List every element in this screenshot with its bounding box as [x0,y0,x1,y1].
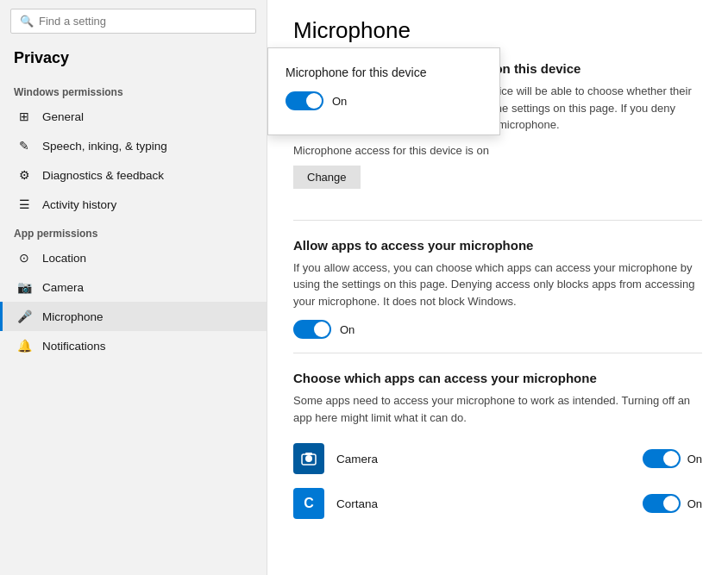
sidebar-item-speech[interactable]: ✎ Speech, inking, & typing [0,131,267,160]
sidebar-item-diagnostics[interactable]: ⚙ Diagnostics & feedback [0,160,267,190]
sidebar: 🔍 Privacy Windows permissions ⊞ General … [0,0,267,575]
divider-2 [293,353,702,353]
apps-section: Allow apps to access your microphone If … [293,238,702,340]
microphone-nav-icon: 🎤 [16,309,32,323]
change-button[interactable]: Change [293,166,361,189]
sidebar-item-label: Speech, inking, & typing [42,140,167,153]
svg-point-0 [305,455,312,462]
sidebar-item-activity[interactable]: ☰ Activity history [0,190,267,219]
popup-toggle[interactable] [286,91,323,110]
speech-icon: ✎ [16,139,32,153]
camera-nav-icon: 📷 [16,280,32,294]
cortana-app-toggle[interactable] [643,494,681,513]
cortana-toggle-row: On [643,494,702,513]
microphone-device-popup: Microphone for this device On [267,47,500,135]
camera-app-icon [293,443,324,474]
apps-toggle[interactable] [293,320,331,339]
cortana-app-name: Cortana [336,497,643,510]
search-box[interactable]: 🔍 [10,9,256,34]
cortana-toggle-label: On [687,497,702,510]
search-input[interactable] [39,15,247,28]
camera-toggle-row: On [643,449,702,468]
apps-desc: If you allow access, you can choose whic… [293,259,702,310]
main-content: Microphone Microphone for this device On… [267,0,728,575]
device-status: Microphone access for this device is on [293,144,702,157]
sidebar-title: Privacy [0,42,267,78]
sidebar-item-location[interactable]: ⊙ Location [0,243,267,272]
cortana-app-icon: C [293,488,324,519]
svg-rect-2 [305,453,312,455]
divider-1 [293,220,702,221]
activity-icon: ☰ [16,197,32,211]
choose-section: Choose which apps can access your microp… [293,371,702,526]
sidebar-item-microphone[interactable]: 🎤 Microphone [0,302,267,331]
sidebar-item-camera[interactable]: 📷 Camera [0,272,267,302]
sidebar-item-label: Notifications [42,340,106,353]
popup-title: Microphone for this device [286,66,482,79]
camera-app-toggle[interactable] [643,449,681,468]
location-icon: ⊙ [16,251,32,265]
app-permissions-label: App permissions [0,219,267,243]
camera-toggle-label: On [687,453,702,466]
apps-toggle-row: On [293,320,702,339]
search-icon: 🔍 [20,15,34,28]
sidebar-item-label: Microphone [42,310,104,323]
sidebar-item-label: Activity history [42,198,116,211]
sidebar-item-label: General [42,110,84,123]
sidebar-item-label: Diagnostics & feedback [42,169,164,182]
page-title: Microphone [293,17,702,44]
sidebar-item-label: Location [42,252,86,265]
app-row-cortana: C Cortana On [293,481,702,526]
sidebar-item-label: Camera [42,281,84,294]
popup-toggle-label: On [332,95,347,108]
notifications-nav-icon: 🔔 [16,339,32,353]
sidebar-item-general[interactable]: ⊞ General [0,102,267,131]
choose-heading: Choose which apps can access your microp… [293,371,702,385]
general-icon: ⊞ [16,109,32,123]
app-row-camera: Camera On [293,436,702,481]
sidebar-item-notifications[interactable]: 🔔 Notifications [0,331,267,360]
camera-app-name: Camera [336,453,643,466]
diagnostics-icon: ⚙ [16,168,32,182]
apps-toggle-label: On [340,323,355,336]
popup-toggle-row: On [286,91,482,110]
windows-permissions-label: Windows permissions [0,78,267,102]
choose-desc: Some apps need to access your microphone… [293,392,702,426]
apps-heading: Allow apps to access your microphone [293,238,702,253]
